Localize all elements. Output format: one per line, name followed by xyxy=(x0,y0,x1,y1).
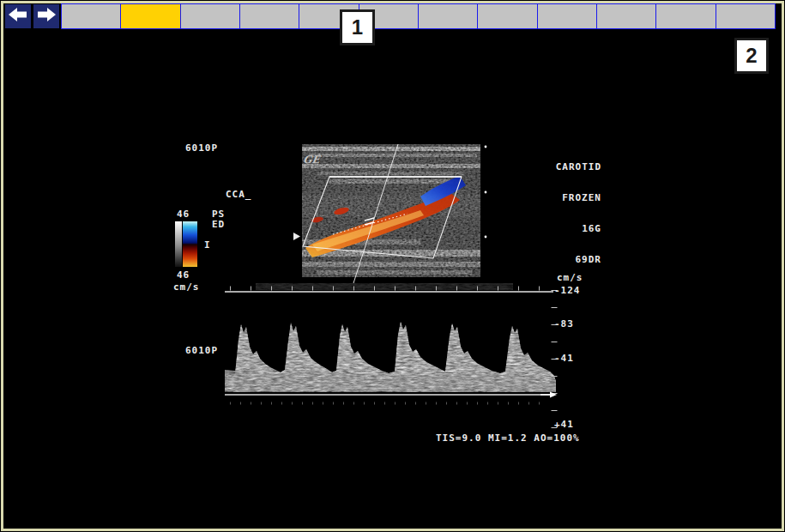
toolbar-segment-3[interactable] xyxy=(181,4,240,28)
anatomy-annotation: CCA_ xyxy=(226,189,252,200)
toolbar-segment-7[interactable] xyxy=(419,4,478,28)
color-scale-min: 46 xyxy=(177,269,190,281)
color-invert-marker: I xyxy=(204,239,211,251)
toolbar-segment-1[interactable] xyxy=(62,4,121,28)
dynamic-range-label: 69DR xyxy=(556,255,601,265)
spectral-tick-41: -41 xyxy=(554,353,574,364)
toolbar-segment-9[interactable] xyxy=(538,4,597,28)
toolbar-segment-11[interactable] xyxy=(656,4,716,28)
forward-button[interactable] xyxy=(33,3,60,29)
toolbar-segment-8[interactable] xyxy=(478,4,537,28)
toolbar-segment-strip xyxy=(61,3,776,29)
probe-id-bottom: 6010P xyxy=(185,345,218,356)
doppler-color-bar xyxy=(183,221,197,267)
right-arrow-icon xyxy=(37,7,56,26)
bmode-color-image: GE xyxy=(292,143,494,286)
toolbar-segment-2-active[interactable] xyxy=(121,4,180,28)
region-marker-2[interactable]: 2 xyxy=(734,38,769,74)
toolbar-segment-10[interactable] xyxy=(597,4,656,28)
spectral-tick-124: -124 xyxy=(554,285,581,296)
spectral-scale-unit: cm/s xyxy=(557,272,583,283)
ultrasound-screen: 1 2 6010P CAROTID FROZEN 16G 69DR CCA_ 4… xyxy=(0,0,785,532)
exam-preset-label: CAROTID xyxy=(556,162,601,172)
exam-status-block: CAROTID FROZEN 16G 69DR xyxy=(556,142,601,286)
depth-scale-markers xyxy=(485,146,487,239)
acoustic-output-readout: TIS=9.0 MI=1.2 AO=100% xyxy=(436,432,580,444)
focus-marker-icon xyxy=(293,233,300,240)
color-scale-unit: cm/s xyxy=(173,281,200,293)
spectral-doppler-display xyxy=(221,283,561,436)
color-scale-max: 46 xyxy=(177,209,190,220)
back-button[interactable] xyxy=(4,3,32,29)
left-arrow-icon xyxy=(9,7,27,26)
spectral-tick-plus41: +41 xyxy=(554,419,574,430)
probe-id-top: 6010P xyxy=(185,142,218,154)
ed-label: ED xyxy=(212,219,225,230)
gain-label: 16G xyxy=(556,224,601,234)
toolbar-segment-4[interactable] xyxy=(240,4,299,28)
ge-logo: GE xyxy=(302,154,322,166)
top-toolbar xyxy=(4,3,776,29)
spectral-tick-83: -83 xyxy=(554,318,574,329)
toolbar-segment-12[interactable] xyxy=(716,4,775,28)
region-marker-1[interactable]: 1 xyxy=(340,9,375,45)
freeze-status-label: FROZEN xyxy=(556,193,601,203)
grayscale-bar xyxy=(175,221,182,267)
